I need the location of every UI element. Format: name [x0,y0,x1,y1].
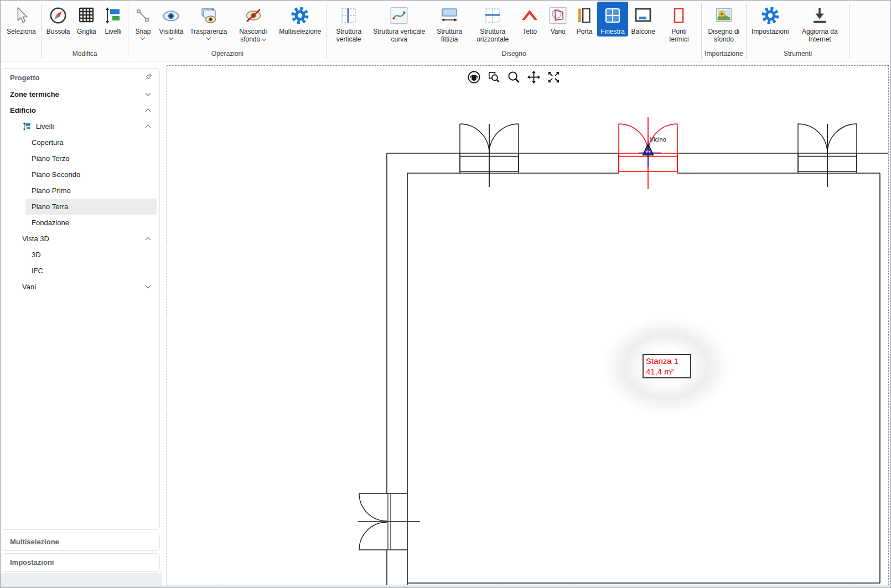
impostazioni-panel[interactable]: Impostazioni [2,553,160,572]
struttura-verticale-curva-button[interactable]: Struttura verticale curva [369,2,429,44]
multiselezione-panel[interactable]: Multiselezione [2,533,160,551]
nascondi-sfondo-button[interactable]: Nascondi sfondo [230,2,276,44]
livelli-label: Livelli [105,28,121,35]
door-symbol [358,493,420,550]
ponti-termici-button[interactable]: Ponti termici [659,2,700,44]
compass-icon [48,3,68,28]
pin-icon[interactable] [144,72,153,82]
grid-icon [76,3,96,28]
seleziona-button[interactable]: Seleziona [3,2,39,37]
livelli-button[interactable]: Livelli [100,2,126,37]
window-symbol [460,124,519,187]
select-cursor-icon [12,3,30,28]
chevron-down-icon [146,283,151,289]
visibilita-label: Visibilità [159,28,183,35]
fit-view-icon[interactable] [547,70,561,84]
ribbon-group-label: Modifica [42,50,128,61]
tree-item-fondazione[interactable]: Fondazione [2,215,159,231]
chevron-up-icon [146,237,151,243]
tree-item-piano-terra[interactable]: Piano Terra [25,199,157,215]
trasparenza-button[interactable]: Trasparenza [187,2,230,40]
multiselezione-panel-title: Multiselezione [2,533,159,551]
tree-item-3d[interactable]: 3D [2,247,159,263]
chevron-up-icon [146,125,151,131]
snap-label: Snap [135,28,151,35]
horizontal-structure-icon [483,3,503,28]
drawing-canvas[interactable]: Stanza 1 41,4 m² Vicino [167,65,889,585]
curved-structure-icon [388,3,410,28]
tree-item-piano-secondo[interactable]: Piano Secondo [2,166,159,183]
dummy-structure-icon [439,3,460,28]
chevron-down-icon [169,35,173,40]
bussola-button[interactable]: Bussola [43,2,74,37]
struttura-verticale-button[interactable]: Struttura verticale [328,2,369,44]
gear-icon [760,3,780,28]
tree-item-label: Copertura [32,138,64,147]
tree-item-label: Piano Terra [32,202,68,211]
room-label[interactable]: Stanza 1 41,4 m² [643,354,691,378]
tetto-button[interactable]: Tetto [515,2,544,37]
ribbon-group-label [2,50,41,61]
tree-item-piano-primo[interactable]: Piano Primo [2,183,159,199]
zoom-icon[interactable] [507,70,521,84]
project-panel-title: Progetto [10,74,39,82]
struttura-orizzontale-button[interactable]: Struttura orizzontale [470,2,515,44]
ribbon-group-importazione: Disegno di sfondo Importazione [702,1,746,61]
tree-item-label: Piano Terzo [32,154,69,163]
tree-item-vani[interactable]: Vani [2,279,159,295]
window-bottom-edge [1,585,891,588]
hidden-eye-icon [242,3,263,28]
finestra-button[interactable]: Finestra [597,2,628,37]
ribbon-group-label: Importazione [702,50,746,61]
ribbon-group-operazioni: Snap Visibilità [128,1,326,61]
struttura-fittizia-label: Struttura fittizia [437,28,462,43]
seleziona-label: Seleziona [7,28,36,35]
struttura-verticale-label: Struttura verticale [336,28,361,43]
visibilita-button[interactable]: Visibilità [156,2,187,40]
struttura-fittizia-button[interactable]: Struttura fittizia [429,2,470,44]
tree-item-piano-terzo[interactable]: Piano Terzo [2,150,159,166]
chevron-up-icon [146,109,151,115]
snap-button[interactable]: Snap [130,2,156,40]
impostazioni-button[interactable]: Impostazioni [748,2,792,37]
tree-item-label: Edificio [10,106,36,115]
tree-item-livelli[interactable]: Livelli [2,118,159,134]
tree-item-ifc[interactable]: IFC [2,263,159,279]
floor-plan [167,66,888,585]
pan-icon[interactable] [527,70,541,84]
balcone-button[interactable]: Balcone [628,2,659,37]
snap-icon [134,3,151,28]
project-panel: Progetto Zone termiche Edificio [2,68,160,530]
levels-icon [103,3,123,28]
ribbon-group-label: Disegno [327,50,701,61]
snap-tooltip: Vicino [650,136,666,143]
multiselezione-button[interactable]: Multiselezione [276,2,324,37]
vertical-structure-icon [339,3,359,28]
trasparenza-label: Trasparenza [190,28,227,35]
eye-icon [160,3,182,28]
griglia-label: Griglia [77,28,96,35]
roof-icon [519,3,541,28]
download-icon [810,3,830,28]
chevron-down-icon [262,37,266,41]
porta-button[interactable]: Porta [572,2,597,37]
vano-button[interactable]: Vano [544,2,572,37]
thermal-bridge-icon [670,3,688,28]
tree-item-copertura[interactable]: Copertura [2,134,159,150]
tree-item-label: Vani [22,283,36,291]
tree-item-zone-termiche[interactable]: Zone termiche [2,86,159,102]
tree-item-edificio[interactable]: Edificio [2,102,159,118]
tree-item-vista-3d[interactable]: Vista 3D [2,231,159,247]
ribbon-group-seleziona: Seleziona [2,1,41,61]
chevron-down-icon [146,91,151,96]
impostazioni-label: Impostazioni [752,28,789,35]
struttura-orizzontale-label: Struttura orizzontale [476,28,509,43]
aggiorna-da-internet-button[interactable]: Aggiorna da Internet [792,2,847,44]
impostazioni-panel-title: Impostazioni [2,554,159,571]
griglia-button[interactable]: Griglia [73,2,100,37]
ponti-termici-label: Ponti termici [669,28,688,43]
visibility-eye-icon[interactable] [467,70,481,84]
ribbon-separator [849,3,849,59]
disegno-di-sfondo-button[interactable]: Disegno di sfondo [703,2,744,44]
zoom-window-icon[interactable] [487,70,501,84]
